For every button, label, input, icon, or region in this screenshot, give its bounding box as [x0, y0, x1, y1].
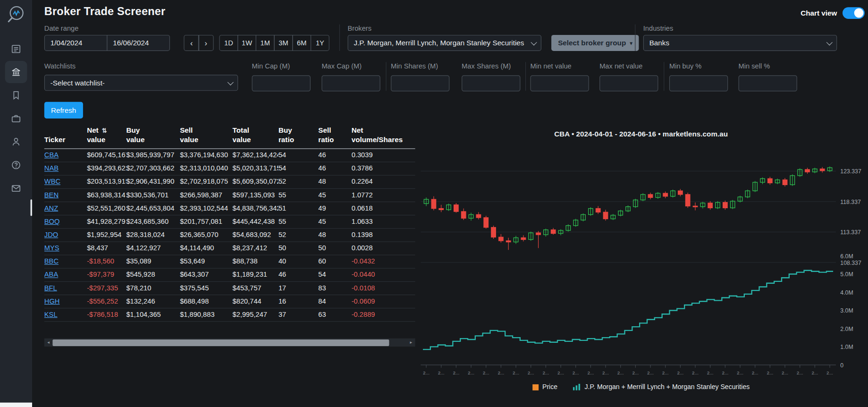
ticker-link[interactable]: NAB	[44, 165, 59, 172]
industries-select[interactable]: Banks	[643, 35, 837, 51]
cell: -0.2889	[352, 308, 415, 321]
watchlist-select[interactable]: -Select watchlist-	[44, 75, 238, 91]
cell: 1.0772	[352, 188, 415, 202]
ticker-link[interactable]: ANZ	[44, 204, 58, 212]
brokers-select[interactable]: J.P. Morgan, Merrill Lynch, Morgan Stanl…	[348, 35, 541, 51]
min-cap-input[interactable]	[252, 76, 311, 92]
min-net-value-input[interactable]	[531, 76, 589, 92]
ticker-cell: CBA	[44, 149, 87, 162]
sort-icon[interactable]: ⇅	[102, 127, 107, 134]
svg-text:2...: 2...	[617, 370, 624, 375]
numeric-filter: Min Shares (M)	[391, 63, 449, 92]
ticker-cell: HGH	[44, 295, 87, 308]
sidebar	[0, 0, 32, 407]
range-6m-button[interactable]: 6M	[292, 35, 311, 51]
ticker-link[interactable]: JDO	[44, 231, 58, 238]
ticker-cell: BEN	[44, 188, 87, 202]
min-sell-pct-input[interactable]	[739, 76, 797, 92]
cell: $132,246	[126, 295, 180, 308]
cell: 0.1398	[352, 229, 415, 242]
watchlists-label: Watchlists	[44, 63, 76, 70]
date-from-input[interactable]	[44, 35, 108, 51]
ticker-link[interactable]: BOQ	[44, 218, 60, 225]
table-row: NAB$394,293,622$2,707,303,662$2,313,010,…	[44, 162, 415, 175]
page-title: Broker Trade Screener	[44, 5, 166, 18]
cell: $2,313,010,040	[180, 162, 232, 175]
scroll-left-icon[interactable]: ◂	[44, 339, 53, 347]
select-broker-group-label: Select broker group	[558, 39, 626, 47]
sidebar-item-watchlists[interactable]	[5, 84, 27, 106]
table-row: BBC-$18,560$35,089$53,649$88,7384060-0.0…	[44, 255, 415, 268]
cell: 50	[318, 242, 351, 255]
ticker-link[interactable]: BEN	[44, 191, 59, 199]
sidebar-item-help[interactable]	[5, 154, 27, 176]
app-logo-icon[interactable]	[6, 4, 27, 25]
table-row: MYS$8,437$4,122,927$4,114,490$8,237,4125…	[44, 242, 415, 255]
next-period-button[interactable]: ›	[198, 35, 214, 51]
scroll-right-icon[interactable]: ▸	[407, 339, 415, 347]
table-row: HGH-$556,252$132,246$688,498$820,7441684…	[44, 295, 415, 308]
range-1w-button[interactable]: 1W	[237, 35, 256, 51]
briefcase-icon	[10, 113, 21, 124]
min-shares-input[interactable]	[391, 76, 449, 92]
cell: $597,135,093	[233, 188, 278, 202]
sidebar-item-account[interactable]	[5, 131, 27, 153]
ticker-link[interactable]: MYS	[44, 245, 59, 252]
ticker-cell: ANZ	[44, 202, 87, 215]
sidebar-item-portfolio[interactable]	[5, 108, 27, 130]
date-to-input[interactable]	[107, 35, 170, 51]
date-range-label: Date range	[44, 25, 79, 32]
numeric-filter: Min buy %	[669, 63, 728, 92]
range-1d-button[interactable]: 1D	[219, 35, 238, 51]
max-shares-input[interactable]	[462, 76, 520, 92]
ticker-link[interactable]: BFL	[44, 284, 57, 292]
brokers-label: Brokers	[348, 25, 372, 32]
sidebar-item-news[interactable]	[5, 38, 27, 60]
cell: $688,498	[180, 295, 232, 308]
cell: 0.2264	[352, 175, 415, 188]
refresh-button[interactable]: Refresh	[44, 102, 83, 119]
min-buy-pct-input[interactable]	[669, 76, 728, 92]
max-net-value-input[interactable]	[599, 76, 658, 92]
col-buy-value: Buyvalue	[126, 126, 180, 148]
ticker-link[interactable]: KSL	[44, 311, 58, 318]
scrollbar-thumb-horizontal[interactable]	[52, 339, 389, 346]
svg-text:1.0M: 1.0M	[840, 344, 853, 350]
select-broker-group-button[interactable]: Select broker group ▾	[551, 35, 639, 51]
col-net-value[interactable]: Net⇅value	[87, 126, 126, 148]
range-3m-button[interactable]: 3M	[274, 35, 293, 51]
legend-label: J.P. Morgan + Merrill Lynch + Morgan Sta…	[585, 383, 750, 391]
horizontal-scrollbar[interactable]: ◂ ▸	[44, 339, 415, 347]
max-cap-input[interactable]	[321, 76, 380, 92]
svg-text:2...: 2...	[647, 370, 654, 375]
table-row: ABA-$97,379$545,928$643,307$1,189,231465…	[44, 268, 415, 281]
svg-text:2...: 2...	[782, 370, 788, 375]
toggle-knob-icon	[854, 8, 864, 18]
table-row: JDO$1,952,954$28,318,024$26,365,070$54,6…	[44, 229, 415, 242]
prev-period-button[interactable]: ‹	[184, 35, 199, 51]
ticker-cell: ABA	[44, 268, 87, 281]
cell: -$297,335	[87, 281, 126, 295]
ticker-link[interactable]: WBC	[44, 178, 60, 186]
svg-text:2...: 2...	[483, 370, 489, 375]
cell: $1,952,954	[87, 229, 126, 242]
chart-svg: 123.337118.337113.337108.3376.0M5.0M4.0M…	[419, 140, 864, 381]
filter-label: Min sell %	[739, 63, 797, 70]
cell: $3,985,939,797	[126, 149, 180, 162]
legend-item[interactable]: Price	[532, 383, 557, 391]
range-1y-button[interactable]: 1Y	[311, 35, 329, 51]
ticker-link[interactable]: HGH	[44, 297, 60, 305]
legend-item[interactable]: J.P. Morgan + Merrill Lynch + Morgan Sta…	[573, 383, 750, 391]
sidebar-item-contact[interactable]	[5, 177, 27, 199]
range-1m-button[interactable]: 1M	[256, 35, 275, 51]
cell: 63	[318, 308, 351, 321]
sidebar-item-screener[interactable]	[5, 61, 27, 83]
ticker-link[interactable]: BBC	[44, 258, 59, 265]
caret-down-icon: ▾	[630, 40, 632, 46]
svg-text:123.337: 123.337	[840, 168, 861, 175]
chart-view-toggle[interactable]	[843, 7, 865, 19]
ticker-link[interactable]: CBA	[44, 152, 59, 159]
ticker-link[interactable]: ABA	[44, 271, 58, 279]
sidebar-scrollbar-thumb[interactable]	[31, 199, 33, 216]
cell: 46	[318, 162, 351, 175]
